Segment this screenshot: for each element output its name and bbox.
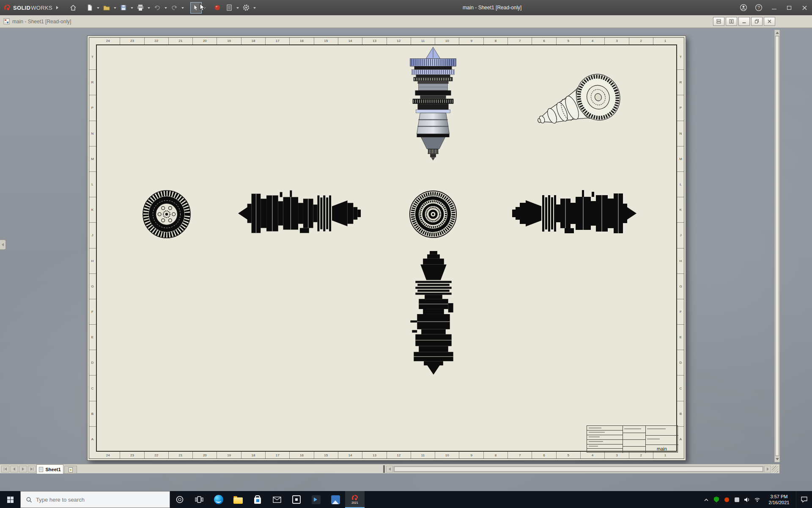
file-explorer-button[interactable] <box>228 491 248 508</box>
redo-button[interactable] <box>169 2 180 14</box>
doc-restore-button[interactable] <box>751 17 763 26</box>
zone-label: L <box>89 171 96 197</box>
undo-button[interactable] <box>152 2 163 14</box>
drawing-view-rear[interactable] <box>408 189 458 239</box>
drawing-workspace[interactable]: 242322212019181716151413121110987654321 … <box>0 28 812 491</box>
drawing-sheet[interactable]: 242322212019181716151413121110987654321 … <box>87 36 686 461</box>
zone-label: 19 <box>217 452 241 459</box>
doc-close-button[interactable] <box>764 17 775 26</box>
print-button[interactable] <box>135 2 146 14</box>
chevron-down-icon[interactable] <box>202 2 207 14</box>
zone-label: R <box>89 69 96 95</box>
save-icon <box>120 4 127 11</box>
new-document-button[interactable] <box>84 2 96 14</box>
doc-minimize-button[interactable] <box>738 17 750 26</box>
drawing-view-bottom[interactable] <box>407 248 460 375</box>
rebuild-button[interactable] <box>212 2 223 14</box>
horizontal-scrollbar[interactable] <box>393 466 764 472</box>
search-input[interactable] <box>36 497 150 503</box>
chevron-down-icon[interactable] <box>164 2 168 14</box>
close-button[interactable] <box>797 0 812 15</box>
brand-expand-icon[interactable] <box>56 6 60 9</box>
zone-label: 2 <box>629 37 653 44</box>
volume-button[interactable] <box>742 491 752 508</box>
scroll-up-button[interactable] <box>775 30 779 36</box>
hidden-icons-button[interactable] <box>701 491 711 508</box>
panel-collapse-tab[interactable] <box>0 240 6 250</box>
scrollbar-splitter-handle[interactable] <box>383 465 385 473</box>
title-block-text-bar <box>647 439 660 439</box>
chevron-down-icon[interactable] <box>181 2 185 14</box>
quick-access-toolbar <box>68 2 257 14</box>
mail-button[interactable] <box>267 491 287 508</box>
account-icon <box>740 4 747 11</box>
minimize-icon <box>772 9 776 9</box>
save-button[interactable] <box>118 2 129 14</box>
drawing-view-left-side[interactable] <box>238 187 363 240</box>
solidworks-taskbar-button[interactable]: 2021 <box>345 491 365 508</box>
next-sheet-button[interactable] <box>19 466 27 472</box>
rebuild-icon <box>214 4 221 11</box>
vertical-scrollbar[interactable] <box>774 30 780 462</box>
add-sheet-tab[interactable] <box>64 466 77 474</box>
solidworks-logo[interactable]: SOLIDWORKS <box>0 4 64 11</box>
resize-grip[interactable] <box>772 466 778 472</box>
select-tool-button[interactable] <box>190 2 202 14</box>
last-sheet-button[interactable] <box>28 466 36 472</box>
up-arrow-icon <box>776 32 779 34</box>
drawing-view-front[interactable] <box>142 189 192 239</box>
taskbar-clock[interactable]: 3:57 PM 2/16/2021 <box>762 494 796 505</box>
chevron-down-icon[interactable] <box>96 2 101 14</box>
account-button[interactable] <box>736 0 751 15</box>
drawing-view-top[interactable] <box>406 46 461 171</box>
zone-label: 5 <box>556 37 580 44</box>
previous-sheet-button[interactable] <box>10 466 18 472</box>
tray-app-button[interactable] <box>721 491 732 508</box>
vertical-scroll-thumb[interactable] <box>775 36 779 456</box>
tray-app-button-2[interactable] <box>732 491 742 508</box>
tile-vertical-button[interactable] <box>726 17 737 26</box>
options-button[interactable] <box>241 2 252 14</box>
edge-button[interactable] <box>209 491 228 508</box>
scroll-down-button[interactable] <box>775 456 779 462</box>
maximize-button[interactable] <box>782 0 797 15</box>
chevron-down-icon[interactable] <box>147 2 151 14</box>
open-button[interactable] <box>101 2 112 14</box>
chevron-down-icon[interactable] <box>236 2 240 14</box>
drawing-view-isometric[interactable] <box>522 67 627 146</box>
svg-text:?: ? <box>757 6 760 10</box>
first-sheet-button[interactable] <box>1 466 9 472</box>
chevron-down-icon[interactable] <box>130 2 134 14</box>
zone-label: 20 <box>192 37 217 44</box>
defender-tray-button[interactable] <box>711 491 721 508</box>
chevron-down-icon[interactable] <box>113 2 118 14</box>
app-button-1[interactable] <box>287 491 306 508</box>
horizontal-scroll-thumb[interactable] <box>394 467 763 472</box>
search-icon <box>26 497 32 503</box>
help-button[interactable]: ? <box>751 0 766 15</box>
task-view-button[interactable] <box>189 491 209 508</box>
media-app-button[interactable] <box>306 491 326 508</box>
store-button[interactable] <box>248 491 267 508</box>
network-button[interactable] <box>752 491 762 508</box>
right-arrow-icon <box>22 467 24 471</box>
chevron-down-icon[interactable] <box>252 2 257 14</box>
close-icon <box>767 19 772 24</box>
scroll-right-button[interactable] <box>764 466 771 472</box>
taskbar-search[interactable] <box>20 491 170 508</box>
zone-label: 13 <box>362 452 386 459</box>
file-properties-button[interactable] <box>224 2 235 14</box>
minimize-button[interactable] <box>766 0 782 15</box>
tile-horizontal-button[interactable] <box>713 17 724 26</box>
scroll-left-button[interactable] <box>386 466 393 472</box>
drawing-view-right-side[interactable] <box>510 187 636 240</box>
photos-app-button[interactable] <box>326 491 345 508</box>
title-block-text-bar <box>589 446 598 447</box>
cortana-button[interactable] <box>170 491 189 508</box>
tab-sheet1[interactable]: Sheet1 <box>36 464 63 474</box>
action-center-button[interactable] <box>796 491 812 508</box>
home-button[interactable] <box>68 2 79 14</box>
title-block-text-bar <box>589 441 603 442</box>
title-block[interactable]: main <box>587 425 678 453</box>
start-button[interactable] <box>0 491 20 508</box>
